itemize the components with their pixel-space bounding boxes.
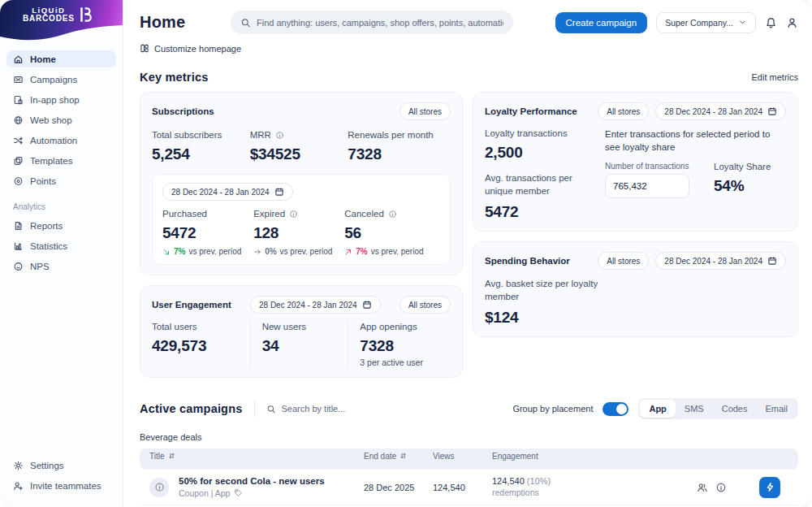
campaigns-table: Title End date Views Engagement [140,448,798,507]
brand-mark-icon [80,6,93,23]
sidebar-item-statistics[interactable]: Statistics [6,237,116,254]
active-campaigns-title: Active campaigns [140,402,243,415]
engagement-value: 124,540 [492,476,525,486]
sidebar-item-invite-teammates[interactable]: Invite teammates [6,477,116,494]
customize-homepage-link[interactable]: Customize homepage [140,43,241,54]
sidebar-item-in-app-shop[interactable]: In-app shop [6,91,116,108]
spending-behavior-body: Avg. basket size per loyalty member $124 [485,278,786,327]
sidebar-item-label: In-app shop [30,95,80,105]
audience-users-icon[interactable] [697,482,708,493]
page-title: Home [140,13,231,32]
calendar-icon [362,300,372,310]
search-icon [240,17,251,28]
column-header-views[interactable]: Views [433,452,492,461]
tab-app[interactable]: App [640,400,675,418]
automation-icon [13,135,24,146]
metric-label: Total subscribers [152,130,250,140]
metrics-right-column: Loyalty Performance All stores 28 Dec 20… [473,92,798,337]
date-range-picker[interactable]: 28 Dec 2024 - 28 Jan 2024 [655,102,786,120]
company-selector[interactable]: Super Company... [656,12,756,33]
trend-indicator: 7% vs prev. period [344,247,440,256]
metric-value: 7328 [348,145,451,163]
sidebar-item-reports[interactable]: Reports [6,217,116,234]
campaigns-table-header: Title End date Views Engagement [140,448,798,470]
column-header-end-date[interactable]: End date [364,452,433,461]
tab-email[interactable]: Email [756,400,797,418]
date-range-picker[interactable]: 28 Dec 2024 - 28 Jan 2024 [162,183,293,201]
user-engagement-card: User Engagement 28 Dec 2024 - 28 Jan 202… [140,285,463,378]
trend-suffix: vs prev. period [188,247,241,256]
create-campaign-button[interactable]: Create campaign [555,12,648,33]
profile-button[interactable] [786,16,798,29]
tab-codes[interactable]: Codes [713,400,757,418]
group-by-placement-toggle[interactable] [603,402,628,416]
metric-value: 5472 [485,203,605,221]
subscriptions-card: Subscriptions All stores Total subscribe… [140,92,463,275]
in-app-shop-icon [13,94,24,106]
tag-icon [234,488,243,497]
sidebar-item-campaigns[interactable]: Campaigns [6,71,116,88]
loyalty-all-stores-badge[interactable]: All stores [598,102,649,120]
column-header-engagement[interactable]: Engagement [492,452,573,461]
campaign-views: 124,540 [433,483,492,492]
subscriptions-all-stores-badge[interactable]: All stores [400,102,451,120]
transactions-input[interactable] [605,174,689,198]
sort-icon [400,452,407,460]
trend-suffix: vs prev. period [371,247,424,256]
key-metrics-header: Key metrics Edit metrics [140,71,798,84]
toggle-knob [616,404,627,414]
sidebar-nav: Home Campaigns In-app shop Web shop Auto… [0,44,123,193]
sidebar-item-settings[interactable]: Settings [6,457,116,474]
date-range-picker[interactable]: 28 Dec 2024 - 28 Jan 2024 [655,252,786,270]
spending-behavior-card: Spending Behavior All stores 28 Dec 2024… [473,241,798,337]
info-icon[interactable] [715,482,727,493]
trend-up-icon [344,248,352,256]
campaign-type-icon [149,478,169,497]
sidebar-item-templates[interactable]: Templates [6,152,116,169]
subscriptions-period-panel: 28 Dec 2024 - 28 Jan 2024 Purchased 5472… [152,174,451,265]
edit-metrics-link[interactable]: Edit metrics [752,72,798,82]
transactions-input-group: Number of transactions [605,162,689,198]
spending-all-stores-badge[interactable]: All stores [598,252,649,270]
user-engagement-all-stores-badge[interactable]: All stores [400,296,451,314]
points-icon [13,176,24,187]
sidebar-item-points[interactable]: Points [6,172,116,189]
active-campaigns-header: Active campaigns Group by placement App … [140,398,798,419]
nps-icon [13,261,24,272]
table-row[interactable]: 50% for second Cola - new users Coupon |… [140,470,798,505]
sidebar-item-label: NPS [30,262,50,271]
metric-label: Avg. basket size per loyalty member [485,278,607,303]
sort-icon [168,452,175,460]
web-shop-icon [13,115,24,126]
global-search [231,11,513,34]
sidebar-item-label: Home [30,54,56,64]
sidebar-item-nps[interactable]: NPS [6,258,116,275]
trend-down-icon [162,248,171,256]
date-range-label: 28 Dec 2024 - 28 Jan 2024 [259,301,357,310]
loyalty-helper-text: Enter transactions for selected period t… [605,128,786,154]
date-range-label: 28 Dec 2024 - 28 Jan 2024 [664,257,762,266]
info-icon[interactable] [388,210,397,219]
notifications-bell-button[interactable] [765,16,777,29]
spending-behavior-title: Spending Behavior [485,256,570,266]
metric-total-subscribers: Total subscribers 5,254 [152,130,250,163]
info-icon[interactable] [275,131,284,140]
tab-sms[interactable]: SMS [676,400,713,418]
templates-icon [13,155,24,167]
sidebar-item-home[interactable]: Home [6,50,116,67]
sidebar-item-web-shop[interactable]: Web shop [6,111,116,128]
calendar-icon [767,106,777,116]
trend-percent: 0% [265,247,276,256]
date-range-picker[interactable]: 28 Dec 2024 - 28 Jan 2024 [250,296,381,314]
column-header-label: End date [364,452,396,461]
campaign-search-input[interactable] [282,404,412,414]
reports-icon [13,220,24,232]
column-header-title[interactable]: Title [140,452,364,461]
metric-label: Total users [152,322,244,332]
boost-campaign-button[interactable] [759,477,780,498]
campaigns-icon [13,74,24,85]
global-search-input[interactable] [257,18,503,28]
sidebar-item-automation[interactable]: Automation [6,132,116,149]
column-header-label: Title [149,452,165,461]
info-icon[interactable] [289,210,298,219]
